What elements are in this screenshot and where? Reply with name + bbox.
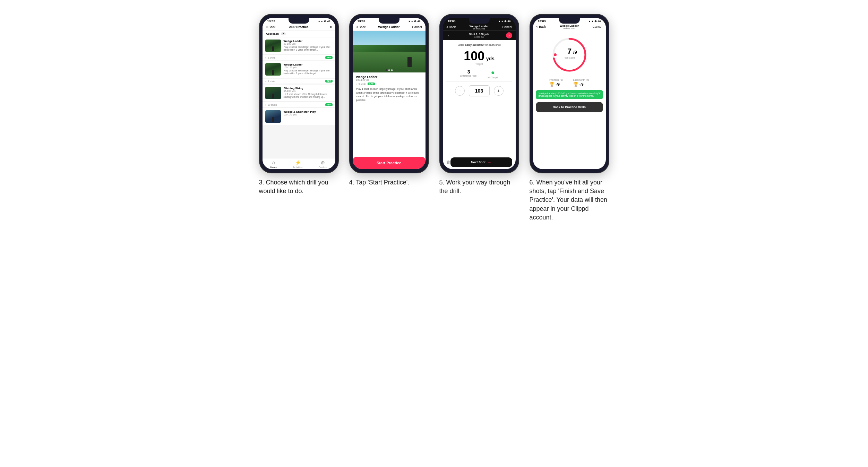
pb-val-1: 🏆 -/9 [573,82,589,87]
close-banner-btn[interactable]: ✕ [598,92,601,95]
stat-hit-target: ● Hit Target [488,69,498,79]
phone-1-frame: 13:02 ▲▲ ⊕ 46 < Back APP Practice ≡ Appr… [259,14,339,173]
drill-card-title: Wedge Ladder [356,75,422,79]
cancel-btn-4[interactable]: Cancel [592,25,602,28]
back-btn-2[interactable]: < Back [356,25,366,29]
target-value: 100 [464,49,484,63]
notch-3 [469,18,490,24]
caption-1: 3. Choose which drill you would like to … [259,178,339,196]
drill-yds-2: 55-100 yds [284,90,333,92]
drill-yds-3: 100-140 yds [284,113,333,116]
nav-title-4: Wedge Ladder 06 Mar 2023 [560,24,579,29]
menu-btn-1[interactable]: ≡ [330,25,332,29]
cancel-btn-3[interactable]: Cancel [502,25,512,29]
pb-item-0: Previous PB 🏆 -/9 [549,79,563,87]
status-icons-1: ▲▲ ⊕ 46 [318,20,330,23]
drill-item-2[interactable]: Pitching String 55-100 yds Hit 1 shot at… [263,85,335,102]
cancel-btn-2[interactable]: Cancel [412,25,422,29]
next-arrow[interactable]: → [506,32,512,38]
bottom-bar-3: 🗑 Next Shot → [443,155,516,169]
status-icons-2: ▲▲ ⊕ 46 [408,20,420,23]
capture-icon: ⊕ [321,160,325,165]
drill-info-1: Wedge Ladder 100-140 yds Play 1 shot at … [284,63,333,75]
back-btn-4[interactable]: < Back [536,25,546,28]
nav-home[interactable]: ⌂ Home [270,160,277,168]
difference-label: Difference (yds) [460,75,477,77]
success-banner: ✕ 'Wedge Ladder (100-140 yds)' was creat… [536,90,603,99]
shots-count-detail: ○ 9 shots [356,83,367,85]
drill-desc-2: Hit 1 shot at each of the 10 target dist… [284,93,333,99]
screen3-body: Enter carry distance for each shot 100 y… [443,40,516,155]
phones-row: 13:02 ▲▲ ⊕ 46 < Back APP Practice ≡ Appr… [259,14,609,222]
drill-card-yds: 100-140 yds [356,79,422,81]
svg-text:/9: /9 [573,50,577,55]
dot-3 [391,69,393,71]
status-icons-3: ▲▲ ⊕ 46 [498,20,510,23]
app-badge-1: APP [325,80,332,83]
image-sky [353,31,426,45]
nav-title-3: Wedge Ladder 06 Mar 2023 [470,25,489,30]
phone-2-frame: 13:02 ▲▲ ⊕ 46 < Back Wedge Ladder Cancel [349,14,429,173]
decrement-btn[interactable]: − [455,86,465,96]
nav-title-2: Wedge Ladder [378,25,400,29]
target-word: Target [446,62,512,66]
stats-row: 3 Difference (yds) ● Hit Target [446,69,512,82]
target-unit: yds [486,56,495,61]
shots-count-2: ○ 10 shots [265,104,277,106]
nav-capture[interactable]: ⊕ Capture [318,160,327,168]
dot-1 [385,69,387,71]
score-circle-svg: 7 /9 Total Score [550,36,588,74]
pb-label-0: Previous PB [549,79,563,81]
start-practice-btn[interactable]: Start Practice [353,157,426,169]
drill-thumb-2 [265,87,281,99]
dot-2 [388,69,390,71]
image-dots [385,69,393,71]
drill-thumb-1 [265,63,281,76]
notch-1 [289,18,309,24]
increment-btn[interactable]: + [494,86,504,96]
pb-item-1: Last month PB 🏆 -/9 [573,79,589,87]
nav-activities[interactable]: ⚡ Activities [293,160,303,168]
back-btn-1[interactable]: < Back [266,25,276,29]
phone-2-screen: 13:02 ▲▲ ⊕ 46 < Back Wedge Ladder Cancel [353,18,426,169]
nav-title-line2: 06 Mar 2023 [470,28,489,30]
bottom-nav-1: ⌂ Home ⚡ Activities ⊕ Capture [263,158,335,169]
hit-target-label: Hit Target [488,76,498,79]
nav-bar-2: < Back Wedge Ladder Cancel [353,24,426,31]
drill-item-3[interactable]: Wedge & Short Iron Play 100-140 yds [263,108,335,125]
app-badge-detail: APP [368,83,375,85]
svg-text:Total Score: Total Score [563,57,575,59]
nav-title-line1: Wedge Ladder [470,25,489,28]
input-value[interactable]: 103 [469,85,490,96]
nav-title-1: APP Practice [289,25,309,29]
trash-icon[interactable]: 🗑 [446,160,450,165]
category-name: Approach [266,32,279,35]
screen4-header: < Back Wedge Ladder 06 Mar 2023 Cancel [533,24,606,30]
drill-info-0: Wedge Ladder 50-100 yds Play 1 shot at e… [284,40,333,52]
phone-3-frame: 13:03 ▲▲ ⊕ 46 < Back Wedge Ladder 06 Mar… [439,14,519,173]
drill-item-1[interactable]: Wedge Ladder 100-140 yds Play 1 shot at … [263,61,335,78]
phone-3-col: 13:03 ▲▲ ⊕ 46 < Back Wedge Ladder 06 Mar… [439,14,519,196]
drill-footer-2: ○ 10 shots APP [263,102,335,107]
next-shot-btn[interactable]: Next Shot → [450,157,512,167]
drill-name-0: Wedge Ladder [284,40,333,43]
back-btn-3[interactable]: < Back [446,25,456,29]
prev-arrow[interactable]: ← [446,32,453,38]
drill-card-desc: Play 1 shot at each target yardage. If y… [356,87,422,102]
caption-4: 6. When you've hit all your shots, tap '… [530,178,609,222]
pb-label-1: Last month PB [573,79,589,81]
back-to-drills-btn[interactable]: Back to Practice Drills [536,102,603,112]
drill-name-2: Pitching String [284,87,333,90]
drill-thumb-3 [265,110,281,123]
next-shot-label: Next Shot [471,161,485,164]
screen2-body: Wedge Ladder 100-140 yds ○ 9 shots APP P… [353,72,426,154]
image-golfer [407,57,412,67]
target-display: 100 yds Target [446,50,512,66]
score-circle-container: 7 /9 Total Score [533,30,606,77]
drill-item-0[interactable]: Wedge Ladder 50-100 yds Play 1 shot at e… [263,37,335,54]
shots-count-1: ○ 9 shots [265,80,276,83]
carry-label: Enter carry distance for each shot [446,43,512,46]
trophy-icon-1: 🏆 [573,82,578,87]
pb-row: Previous PB 🏆 -/9 Last month PB 🏆 -/9 [533,77,606,89]
drill-thumb-0 [265,40,281,52]
